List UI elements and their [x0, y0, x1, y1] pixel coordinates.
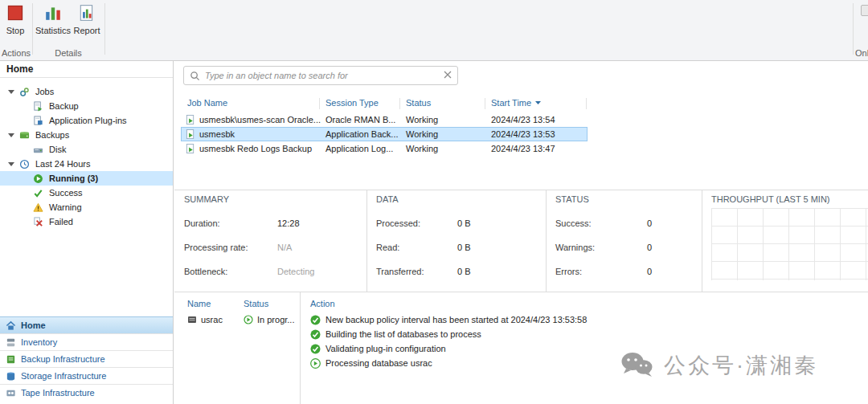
tree-item-label: Backups	[35, 130, 69, 140]
tree-item-label: Application Plug-ins	[49, 116, 127, 125]
report-button[interactable]: Report	[71, 2, 103, 46]
stop-button[interactable]: Stop	[0, 2, 31, 46]
bottleneck-value: Detecting	[277, 267, 314, 276]
job-name: usmesbk Redo Logs Backup	[199, 144, 312, 153]
task-status: In progr...	[244, 313, 294, 326]
expand-arrow-icon[interactable]	[8, 90, 19, 94]
failed-icon	[33, 216, 45, 227]
job-status: Working	[406, 127, 438, 141]
tape-infrastructure-icon	[6, 388, 16, 398]
tree-item-last-24-hours[interactable]: Last 24 Hours	[0, 157, 173, 171]
statistics-button[interactable]: Statistics	[35, 2, 71, 46]
search-icon	[190, 71, 200, 81]
column-header-job-name[interactable]: Job Name	[187, 98, 227, 108]
sidebar: Home Jobs Backup Application Plug-ins Ba…	[0, 61, 174, 404]
stop-icon	[6, 2, 24, 23]
log-entry[interactable]: New backup policy interval has been star…	[310, 313, 587, 326]
clear-search-icon[interactable]	[444, 71, 452, 80]
task-name: usrac	[201, 315, 223, 324]
tree-item-backup[interactable]: Backup	[0, 99, 173, 113]
task-status-text: In progr...	[257, 315, 294, 324]
expand-arrow-icon[interactable]	[8, 162, 19, 166]
success-check-icon	[310, 344, 321, 354]
tree-item-disk[interactable]: Disk	[0, 142, 173, 157]
bottleneck-label: Bottleneck:	[184, 267, 227, 276]
panel-divider	[366, 190, 367, 292]
ribbon-separator	[104, 3, 105, 55]
start-time: 2024/4/23 13:54	[491, 112, 555, 127]
clock-icon	[19, 158, 31, 169]
ribbon-separator	[32, 3, 33, 55]
column-header-status[interactable]: Status	[406, 98, 431, 108]
throughput-panel-title: THROUGHPUT (LAST 5 MIN)	[711, 194, 830, 204]
home-icon	[6, 320, 16, 331]
column-header-session-type[interactable]: Session Type	[326, 98, 379, 108]
view-backup-infrastructure[interactable]: Backup Infrastructure	[0, 350, 173, 367]
ribbon-group-details: Details	[34, 48, 103, 58]
column-header-task-status[interactable]: Status	[244, 299, 268, 308]
tree-item-warning[interactable]: Warning	[0, 200, 173, 214]
view-home[interactable]: Home	[0, 316, 173, 333]
ribbon-group-online-partial: Onl	[855, 48, 868, 58]
task-row[interactable]: usrac	[187, 313, 223, 326]
tree-item-label: Warning	[49, 202, 82, 212]
log-entry[interactable]: Processing database usrac	[310, 357, 432, 369]
panel-divider	[174, 292, 868, 292]
session-type: Oracle RMAN B...	[326, 112, 395, 127]
tree-item-failed[interactable]: Failed	[0, 214, 173, 229]
view-inventory[interactable]: Inventory	[0, 333, 173, 350]
partial-window-icon	[861, 5, 868, 16]
column-header-name[interactable]: Name	[187, 299, 211, 308]
processing-rate-value: N/A	[277, 243, 292, 252]
tree-item-label: Failed	[49, 217, 73, 226]
search-placeholder: Type in an object name to search for	[205, 71, 439, 80]
server-icon	[187, 315, 197, 324]
status-panel-title: STATUS	[555, 194, 589, 204]
job-name: usmesbk	[199, 129, 235, 139]
running-job-icon	[186, 114, 195, 125]
view-storage-infrastructure[interactable]: Storage Infrastructure	[0, 367, 173, 384]
throughput-chart-grid	[711, 208, 868, 280]
tree-item-running[interactable]: Running (3)	[0, 171, 173, 186]
backups-icon	[19, 129, 31, 141]
tree-item-success[interactable]: Success	[0, 186, 173, 200]
view-tape-infrastructure[interactable]: Tape Infrastructure	[0, 384, 173, 401]
sidebar-header: Home	[0, 61, 173, 78]
transferred-label: Transferred:	[376, 267, 424, 276]
panel-divider	[546, 190, 547, 292]
session-type: Application Back...	[326, 127, 399, 141]
job-row-selected[interactable]: usmesbk Application Back... Working 2024…	[181, 127, 588, 141]
duration-label: Duration:	[184, 218, 220, 228]
session-type: Application Log...	[326, 141, 393, 156]
disk-icon	[33, 144, 45, 155]
job-name: usmesbk\usmes-scan Oracle...	[199, 115, 321, 124]
tree-item-jobs[interactable]: Jobs	[0, 84, 173, 99]
column-header-start-time[interactable]: Start Time	[491, 98, 542, 108]
log-entry[interactable]: Validating plug-in configuration	[310, 342, 446, 355]
processing-rate-label: Processing rate:	[184, 243, 248, 252]
transferred-value: 0 B	[457, 267, 471, 276]
job-row[interactable]: usmesbk Redo Logs Backup Application Log…	[181, 141, 588, 156]
view-label: Home	[21, 320, 46, 330]
tree-item-application-plugins[interactable]: Application Plug-ins	[0, 113, 173, 128]
start-time: 2024/4/23 13:53	[491, 127, 555, 141]
tree-item-label: Backup	[49, 101, 79, 111]
expand-arrow-icon[interactable]	[8, 133, 19, 137]
ribbon-separator	[853, 3, 854, 55]
success-check-icon	[310, 329, 321, 340]
panel-divider	[300, 292, 301, 404]
column-divider	[319, 98, 320, 109]
success-value: 0	[647, 218, 652, 228]
job-row[interactable]: usmesbk\usmes-scan Oracle... Oracle RMAN…	[181, 112, 588, 127]
in-progress-icon	[244, 315, 253, 324]
tree-item-backups[interactable]: Backups	[0, 128, 173, 142]
start-time: 2024/4/23 13:47	[491, 141, 555, 156]
storage-infrastructure-icon	[6, 371, 16, 382]
views-navigation: Home Inventory Backup Infrastructure Sto…	[0, 316, 173, 401]
log-entry[interactable]: Building the list of databases to proces…	[310, 328, 481, 341]
column-header-action[interactable]: Action	[310, 299, 335, 308]
search-box[interactable]: Type in an object name to search for	[183, 66, 458, 85]
report-icon	[78, 2, 96, 23]
log-text: New backup policy interval has been star…	[326, 315, 587, 324]
data-panel-title: DATA	[376, 194, 399, 204]
